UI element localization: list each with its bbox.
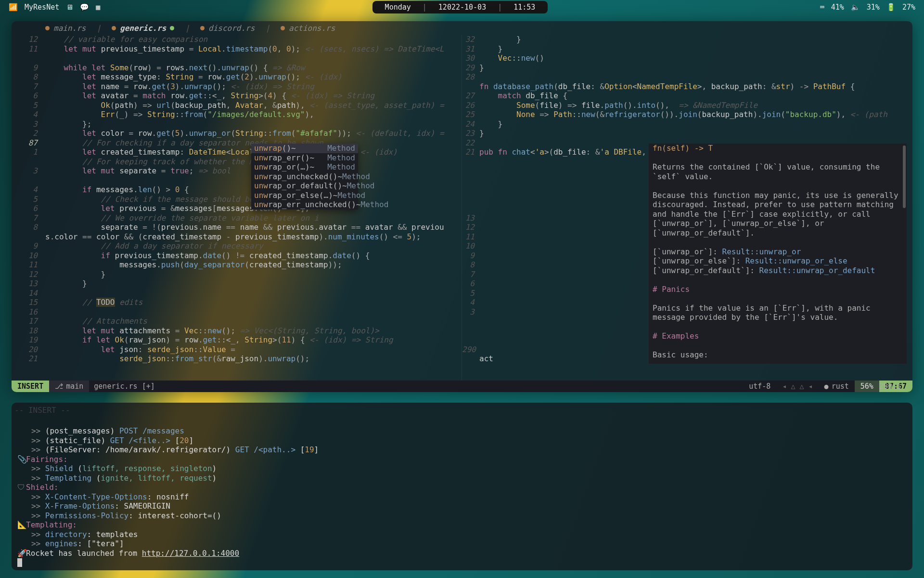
date-day: Monday (385, 3, 411, 12)
gutter-right: 3231302928 27262524232221 13121110987654… (462, 35, 477, 381)
doc-paragraph: Returns the contained [`Ok`] value, cons… (653, 162, 903, 181)
doc-paragraph: Basic usage: (653, 350, 903, 360)
terminal-line: >> (FileServer: /home/aravk/.refrigerato… (17, 445, 907, 455)
terminal-line: >> Templating (ignite, liftoff, request) (17, 473, 907, 483)
branch-icon: ⎇ (55, 382, 63, 391)
terminal-line: >> (post_messages) POST /messages (17, 426, 907, 436)
tab-actions-rs[interactable]: actions.rs (272, 24, 344, 33)
display-icon[interactable]: 🖥 (66, 3, 73, 12)
autocomplete-popup[interactable]: unwrap()~Methodunwrap_err()~Methodunwrap… (251, 144, 358, 210)
autocomplete-item[interactable]: unwrap_or_default()~Method (251, 181, 358, 191)
doc-heading: # Examples (653, 331, 903, 341)
doc-links: [`unwrap_or`]: Result::unwrap_or[`unwrap… (653, 247, 903, 276)
tab-bar: main.rs|generic.rs|discord.rs|actions.rs (12, 21, 912, 35)
terminal-line: >> engines: ["tera"] (17, 539, 907, 549)
terminal-line: >> X-Content-Type-Options: nosniff (17, 492, 907, 502)
terminal-line: 📎Fairings: (17, 455, 907, 464)
terminal-line: >> Shield (liftoff, response, singleton) (17, 464, 907, 473)
autocomplete-item[interactable]: unwrap_err()~Method (251, 153, 358, 163)
clock-widget[interactable]: Monday | 12022-10-03 | 11:53 (372, 1, 548, 13)
documentation-popup[interactable]: fn(self) -> T Returns the contained [`Ok… (649, 144, 907, 364)
volume-icon[interactable]: 🔈 (851, 3, 860, 12)
doc-paragraph: Because this function may panic, its use… (653, 191, 903, 238)
autocomplete-item[interactable]: unwrap_err_unchecked()~Method (251, 200, 358, 210)
wifi-icon: 📶 (9, 3, 18, 12)
volume-value: 31% (867, 3, 880, 12)
autocomplete-item[interactable]: unwrap_unchecked()~Method (251, 172, 358, 182)
status-file: generic.rs [+] (89, 381, 160, 392)
status-branch: ⎇main (49, 381, 89, 392)
terminal-line: 🛡Shield: (17, 483, 907, 492)
terminal-line: >> directory: templates (17, 530, 907, 539)
date-value: 12022-10-03 (438, 3, 486, 12)
terminal-window[interactable]: ⌖ >> (post_messages) POST /messages >> (… (12, 403, 912, 570)
tab-main-rs[interactable]: main.rs (37, 24, 94, 33)
chat-icon[interactable]: 💬 (80, 3, 89, 12)
terminal-line: 📐Templating: (17, 520, 907, 530)
statusline: INSERT ⎇main generic.rs [+] utf-8 ◂ △ △ … (12, 381, 912, 392)
terminal-line: >> Permissions-Policy: interest-cohort=(… (17, 511, 907, 521)
autocomplete-item[interactable]: unwrap_or(…)~Method (251, 162, 358, 172)
gutter-left: 1211 98765432871 3 45678 910111213141516… (12, 35, 42, 381)
status-encoding: utf-8 (743, 381, 776, 392)
keyboard-battery: 41% (831, 3, 844, 12)
autocomplete-item[interactable]: unwrap()~Method (251, 144, 358, 153)
doc-scrollbar[interactable] (903, 145, 906, 208)
tab-generic-rs[interactable]: generic.rs (103, 24, 183, 33)
terminal-line (17, 558, 907, 567)
status-lang: ● rust (819, 381, 855, 392)
wifi-name: MyResNet (25, 3, 59, 12)
doc-signature: fn(self) -> T (653, 144, 903, 153)
terminal-line: >> X-Frame-Options: SAMEORIGIN (17, 501, 907, 511)
tab-discord-rs[interactable]: discord.rs (192, 24, 263, 33)
doc-heading: # Panics (653, 285, 903, 294)
battery-value: 27% (902, 3, 915, 12)
autocomplete-item[interactable]: unwrap_or_else(…)~Method (251, 191, 358, 200)
status-position-right: 290:1 (873, 381, 907, 392)
grid-icon[interactable]: ▦ (96, 3, 100, 12)
editor-pane-left[interactable]: 1211 98765432871 3 45678 910111213141516… (12, 35, 462, 381)
status-mode: INSERT (12, 381, 49, 392)
keyboard-icon: ⌨ (820, 3, 824, 12)
terminal-line: >> (static_file) GET /<file..> [20] (17, 436, 907, 446)
time-value: 11:53 (513, 3, 535, 12)
menubar: 📶 MyResNet 🖥 💬 ▦ Monday | 12022-10-03 | … (0, 0, 924, 14)
editor-window: main.rs|generic.rs|discord.rs|actions.rs… (12, 21, 912, 392)
terminal-line: 🚀Rocket has launched from http://127.0.0… (17, 549, 907, 558)
battery-icon: 🔋 (886, 3, 896, 12)
doc-paragraph: Panics if the value is an [`Err`], with … (653, 303, 903, 322)
